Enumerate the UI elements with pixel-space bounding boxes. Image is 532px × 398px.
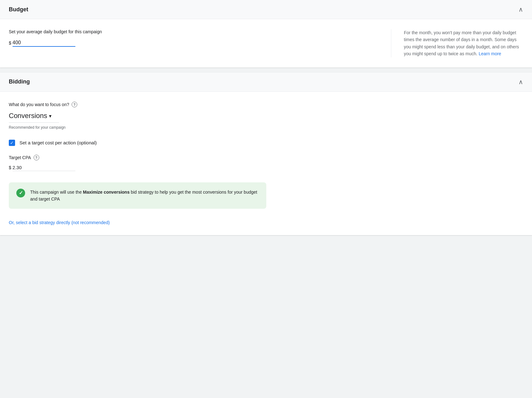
checkbox-check-icon: ✓ [10, 141, 14, 145]
budget-header: Budget ∧ [0, 0, 532, 19]
bidding-title: Bidding [9, 78, 30, 85]
target-cpa-checkbox-row: ✓ Set a target cost per action (optional… [9, 140, 523, 146]
select-bid-strategy-link[interactable]: Or, select a bid strategy directly (not … [9, 220, 523, 225]
strategy-info-text: This campaign will use the Maximize conv… [30, 189, 259, 203]
budget-chevron-icon[interactable]: ∧ [518, 6, 523, 13]
conversions-dropdown-arrow-icon: ▾ [49, 113, 52, 119]
budget-dollar-sign: $ [9, 40, 11, 46]
budget-input[interactable] [13, 39, 75, 47]
budget-section: Budget ∧ Set your average daily budget f… [0, 0, 532, 67]
info-text-before: This campaign will use the [30, 190, 83, 195]
cpa-input-wrapper: $ [9, 164, 523, 171]
bidding-chevron-icon[interactable]: ∧ [518, 78, 523, 86]
target-cpa-text: Target CPA [9, 155, 31, 160]
budget-title: Budget [9, 6, 28, 13]
strategy-info-box: ✓ This campaign will use the Maximize co… [9, 182, 266, 209]
learn-more-link[interactable]: Learn more [479, 51, 501, 56]
budget-info-text: For the month, you won't pay more than y… [404, 30, 519, 56]
focus-question-text: What do you want to focus on? [9, 102, 69, 107]
conversions-label: Conversions [9, 112, 47, 120]
focus-help-icon[interactable]: ? [72, 102, 77, 107]
budget-input-wrapper: $ [9, 39, 378, 47]
target-cpa-help-icon[interactable]: ? [34, 155, 39, 160]
page-container: Budget ∧ Set your average daily budget f… [0, 0, 532, 235]
target-cpa-label-row: Target CPA ? [9, 155, 523, 160]
budget-left-panel: Set your average daily budget for this c… [9, 29, 391, 57]
budget-info-panel: For the month, you won't pay more than y… [391, 29, 523, 57]
bidding-body: What do you want to focus on? ? Conversi… [0, 92, 532, 235]
cpa-dollar-sign: $ [9, 165, 11, 170]
conversions-dropdown[interactable]: Conversions ▾ [9, 112, 523, 120]
green-check-mark: ✓ [19, 190, 23, 196]
recommended-text: Recommended for your campaign [9, 125, 523, 130]
target-cpa-checkbox-label: Set a target cost per action (optional) [19, 140, 97, 145]
green-check-icon: ✓ [16, 189, 25, 197]
info-text-bold: Maximize conversions [83, 190, 130, 195]
conversions-underline [9, 122, 59, 123]
target-cpa-checkbox[interactable]: ✓ [9, 140, 15, 146]
bidding-header: Bidding ∧ [0, 73, 532, 92]
bidding-section: Bidding ∧ What do you want to focus on? … [0, 73, 532, 235]
cpa-input[interactable] [13, 164, 75, 171]
budget-body: Set your average daily budget for this c… [0, 19, 532, 67]
budget-description: Set your average daily budget for this c… [9, 29, 378, 34]
focus-question-row: What do you want to focus on? ? [9, 102, 523, 107]
